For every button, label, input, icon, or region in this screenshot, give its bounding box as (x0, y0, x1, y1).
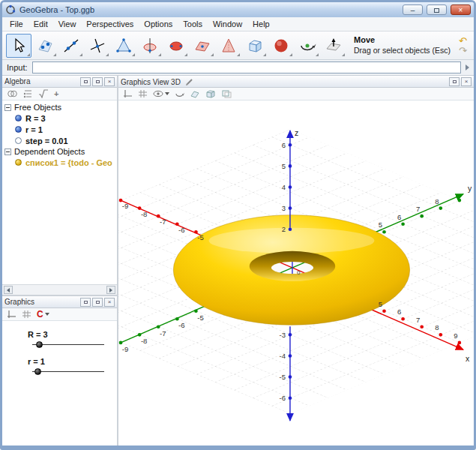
pencil-icon[interactable] (185, 77, 193, 86)
torus[interactable]: 0 (173, 215, 409, 326)
free-objects-section[interactable]: Free Objects (2, 102, 117, 112)
dependent-objects-section[interactable]: Dependent Objects (2, 146, 117, 157)
input-field[interactable] (32, 62, 461, 74)
undo-button[interactable]: ↶ (456, 36, 470, 46)
collapse-icon[interactable] (4, 104, 11, 111)
tool-polygon-button[interactable] (111, 34, 136, 58)
show-axes-icon[interactable] (123, 89, 133, 98)
conic-icon (167, 37, 185, 55)
algebra-tree: Free Objects R = 3 r = 1 step = 0.01 (2, 100, 117, 284)
tool-plane-button[interactable] (190, 34, 215, 58)
menu-options[interactable]: Options (139, 18, 178, 30)
show-grid-icon[interactable] (138, 89, 148, 98)
graphics-stylebar-button[interactable] (92, 298, 103, 307)
projection-icon[interactable] (221, 89, 232, 98)
pyramid-icon (220, 37, 238, 55)
origin-label: 0 (297, 269, 301, 276)
torus-highlight (209, 228, 375, 254)
view-direction-dropdown[interactable] (153, 89, 169, 98)
tool-caret (211, 53, 214, 56)
stylebar-icon (96, 80, 100, 83)
slider-R-handle[interactable] (36, 341, 43, 348)
object-dot-icon[interactable] (15, 159, 22, 166)
graphics-3d-close-button[interactable]: × (461, 77, 472, 86)
maximize-button[interactable] (427, 4, 447, 15)
collapse-icon[interactable] (4, 148, 11, 155)
arrow-left-icon (7, 288, 10, 292)
input-help-icon[interactable] (466, 64, 469, 70)
z-tick-label: -4 (279, 352, 286, 360)
tool-move-view-button[interactable] (321, 34, 346, 58)
tool-circle-axis-button[interactable] (137, 34, 163, 58)
algebra-stylebar-button[interactable] (92, 77, 103, 86)
slider-R-track[interactable] (32, 344, 104, 345)
slider-r-track[interactable] (32, 371, 104, 372)
object-dot-icon[interactable] (15, 115, 22, 122)
algebra-item-label: step = 0.01 (25, 136, 68, 146)
tool-special-line-button[interactable] (85, 34, 110, 58)
rotate-view-icon[interactable] (175, 89, 184, 98)
graphics-close-button[interactable]: × (104, 298, 115, 307)
menu-bar: File Edit View Perspectives Options Tool… (2, 17, 474, 32)
add-icon[interactable]: + (54, 89, 58, 98)
menu-file[interactable]: File (4, 18, 28, 30)
graphics-panel: Graphics × C (2, 296, 117, 446)
algebra-item-R[interactable]: R = 3 (2, 112, 117, 124)
algebra-close-button[interactable]: × (104, 77, 115, 86)
tool-move-button[interactable] (6, 34, 31, 58)
x-axis-label: x (466, 354, 470, 363)
view-xy-plane-icon[interactable] (190, 89, 200, 98)
algebra-hscrollbar[interactable] (2, 284, 117, 295)
menu-perspectives[interactable]: Perspectives (81, 18, 139, 30)
object-dot-icon[interactable] (15, 126, 22, 133)
undo-redo-group: ↶ ↷ (456, 36, 470, 56)
chevron-down-icon (45, 313, 49, 316)
graphics-3d-stylebar (118, 88, 474, 100)
box-view-icon[interactable] (205, 89, 216, 98)
tool-caret (79, 53, 82, 56)
y-tick-label: -9 (122, 345, 128, 353)
scroll-right-button[interactable] (106, 286, 115, 294)
undock-icon (84, 80, 88, 83)
tool-conic-button[interactable] (163, 34, 189, 58)
algebra-panel: Algebra × + (2, 76, 117, 296)
slider-r-handle[interactable] (34, 368, 41, 375)
tool-caret (237, 53, 240, 56)
minimize-button[interactable]: – (403, 4, 423, 15)
algebra-item-r[interactable]: r = 1 (2, 124, 117, 135)
menu-tools[interactable]: Tools (178, 18, 208, 30)
graphics-3d-undock-button[interactable] (449, 77, 460, 86)
y-tick-label: 7 (416, 205, 420, 213)
y-axis-label: y (468, 184, 472, 193)
close-button[interactable]: × (451, 4, 471, 15)
redo-button[interactable]: ↷ (456, 46, 470, 56)
graphics-3d-canvas[interactable]: 0 -9 -8 (118, 100, 474, 446)
algebra-item-step[interactable]: step = 0.01 (2, 135, 117, 146)
z-tick-label: 4 (282, 183, 286, 191)
sort-objects-icon[interactable] (23, 89, 33, 98)
auxiliary-objects-icon[interactable] (7, 89, 18, 98)
tool-rotate-view-button[interactable] (295, 34, 320, 58)
menu-edit[interactable]: Edit (28, 18, 53, 30)
move-cursor-icon (10, 37, 28, 55)
expression-icon[interactable] (38, 89, 49, 98)
menu-window[interactable]: Window (208, 18, 247, 30)
object-dot-icon[interactable] (15, 137, 22, 144)
tool-line-button[interactable] (58, 34, 84, 58)
capture-label: C (37, 309, 43, 320)
show-axes-icon[interactable] (7, 310, 16, 319)
menu-view[interactable]: View (53, 18, 82, 30)
tool-sphere-button[interactable] (268, 34, 294, 58)
algebra-item-list1[interactable]: список1 = {todo - Geo (2, 157, 117, 168)
tool-cube-button[interactable] (242, 34, 268, 58)
menu-help[interactable]: Help (247, 18, 275, 30)
show-grid-icon[interactable] (22, 310, 31, 319)
x-tick-label: -6 (178, 226, 184, 234)
algebra-undock-button[interactable] (80, 77, 91, 86)
scroll-left-button[interactable] (4, 286, 13, 294)
tool-point-button[interactable] (32, 34, 58, 58)
graphics-undock-button[interactable] (80, 298, 91, 307)
tool-pyramid-button[interactable] (216, 34, 241, 58)
point-capturing-dropdown[interactable]: C (37, 309, 49, 320)
algebra-item-label: r = 1 (25, 125, 43, 134)
